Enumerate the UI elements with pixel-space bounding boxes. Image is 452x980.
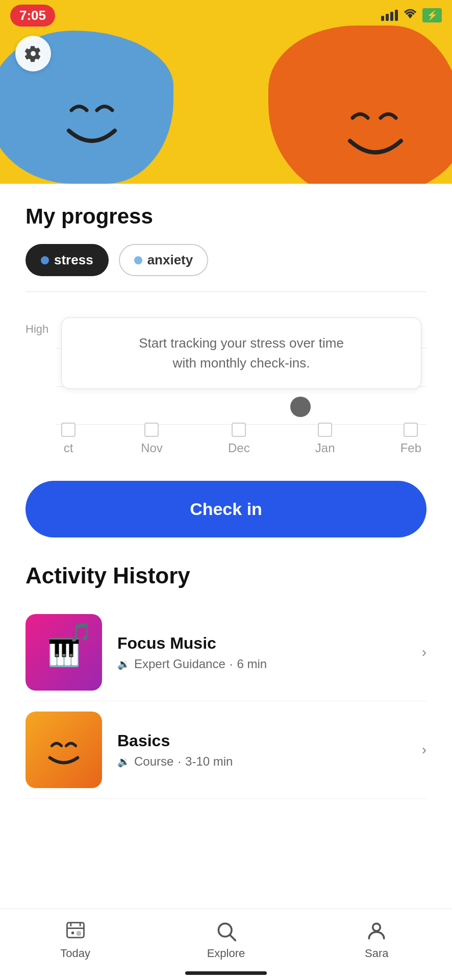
chart-x-checkbox-oct (61, 423, 76, 437)
basics-face-icon (43, 732, 84, 768)
home-indicator (185, 971, 267, 975)
progress-title: My progress (26, 204, 426, 229)
hero-face-left (41, 75, 143, 158)
svg-point-1 (71, 932, 74, 935)
nav-sara-label: Sara (365, 947, 388, 960)
signal-icon (381, 10, 398, 21)
chart-x-label-feb: Feb (400, 441, 421, 455)
focus-music-type: Expert Guidance (134, 657, 225, 671)
svg-rect-2 (76, 931, 81, 936)
audio-icon-2: 🔉 (117, 755, 130, 768)
divider (26, 291, 426, 292)
sara-icon (364, 918, 389, 944)
nav-item-explore[interactable]: Explore (195, 918, 257, 960)
svg-line-4 (230, 935, 235, 940)
chart-x-label-jan: Jan (315, 441, 335, 455)
chart-container: Start tracking your stress over time wit… (56, 312, 426, 455)
chart-area: High Start tracking your stress over tim… (26, 312, 426, 455)
bottom-nav: Today Explore Sara (0, 909, 452, 980)
settings-button[interactable] (15, 36, 51, 71)
basics-name: Basics (117, 731, 407, 750)
hero-face-right (324, 80, 426, 174)
chart-x-item-dec: Dec (228, 423, 250, 455)
chart-x-axis: ct Nov Dec Jan Feb (56, 423, 426, 455)
audio-icon: 🔉 (117, 658, 130, 670)
basics-type: Course (134, 754, 173, 769)
battery-icon: ⚡ (422, 8, 442, 22)
checkin-button[interactable]: Check in (26, 481, 426, 537)
explore-svg-icon (215, 920, 237, 942)
chart-tooltip-line1: Start tracking your stress over time (139, 335, 344, 351)
chart-x-item-jan: Jan (315, 423, 335, 455)
svg-rect-0 (67, 923, 84, 938)
tab-stress-label: stress (54, 252, 93, 268)
basics-info: Basics 🔉 Course · 3-10 min (117, 731, 407, 769)
stress-dot (41, 256, 49, 264)
activity-item-basics[interactable]: Basics 🔉 Course · 3-10 min › (26, 701, 426, 799)
sara-svg-icon (365, 920, 388, 942)
chart-x-item-oct: ct (61, 423, 76, 455)
music-note-icon: 🎵 (69, 622, 92, 643)
svg-point-5 (373, 923, 381, 931)
chart-x-checkbox-nov (144, 423, 159, 437)
today-svg-icon (64, 920, 87, 942)
chart-x-item-nov: Nov (141, 423, 163, 455)
status-icons: ⚡ (381, 8, 442, 22)
basics-meta: 🔉 Course · 3-10 min (117, 754, 407, 769)
status-bar: 7:05 ⚡ (0, 0, 452, 31)
focus-music-name: Focus Music (117, 634, 407, 653)
chart-x-checkbox-dec (232, 423, 246, 437)
chart-x-label-dec: Dec (228, 441, 250, 455)
anxiety-dot (134, 256, 142, 264)
nav-item-today[interactable]: Today (45, 918, 106, 960)
chart-x-label-nov: Nov (141, 441, 163, 455)
basics-thumbnail (26, 712, 102, 788)
chart-x-item-feb: Feb (400, 423, 421, 455)
boombox-icon: 🎹 🎵 (26, 614, 102, 691)
gear-icon (24, 45, 42, 62)
activity-history-title: Activity History (26, 563, 426, 589)
tab-anxiety-label: anxiety (147, 252, 193, 268)
focus-music-info: Focus Music 🔉 Expert Guidance · 6 min (117, 634, 407, 671)
tab-anxiety[interactable]: anxiety (119, 244, 209, 276)
tab-stress[interactable]: stress (26, 244, 109, 276)
chart-tooltip-line2: with monthly check-ins. (173, 355, 310, 371)
basics-chevron: › (422, 742, 426, 758)
chart-indicator-dot (290, 397, 311, 417)
today-icon (63, 918, 88, 944)
focus-music-duration: 6 min (237, 657, 267, 671)
main-content: My progress stress anxiety High Start tr… (0, 184, 452, 901)
chart-tooltip: Start tracking your stress over time wit… (61, 317, 421, 389)
chart-x-label-oct: ct (64, 441, 73, 455)
wifi-icon (403, 8, 417, 22)
basics-icon (26, 712, 102, 788)
activity-item-focus-music[interactable]: 🎹 🎵 Focus Music 🔉 Expert Guidance · 6 mi… (26, 604, 426, 701)
focus-music-chevron: › (422, 644, 426, 660)
nav-today-label: Today (60, 947, 90, 960)
chart-x-checkbox-feb (404, 423, 418, 437)
focus-music-meta: 🔉 Expert Guidance · 6 min (117, 657, 407, 671)
basics-duration: 3-10 min (185, 754, 233, 769)
nav-item-sara[interactable]: Sara (346, 918, 407, 960)
status-time: 7:05 (10, 5, 55, 27)
focus-music-separator: · (230, 657, 233, 671)
chart-x-checkbox-jan (318, 423, 332, 437)
basics-separator: · (178, 754, 181, 769)
nav-explore-label: Explore (207, 947, 245, 960)
focus-music-thumbnail: 🎹 🎵 (26, 614, 102, 691)
explore-icon (213, 918, 239, 944)
chart-y-label: High (26, 323, 48, 336)
progress-tabs: stress anxiety (26, 244, 426, 276)
